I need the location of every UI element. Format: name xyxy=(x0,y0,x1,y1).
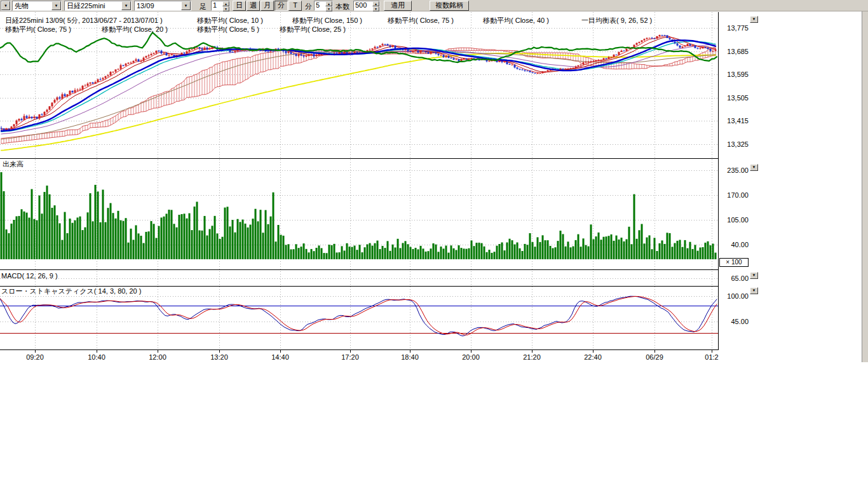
contract-month-value: 13/09 xyxy=(135,2,181,10)
spin-up-icon[interactable]: ▲ xyxy=(325,1,332,6)
spinner-arrows[interactable]: ▲▼ xyxy=(222,1,229,10)
chevron-down-icon[interactable]: ▼ xyxy=(121,1,131,10)
spinner-arrows[interactable]: ▲▼ xyxy=(325,1,332,10)
spin-down-icon[interactable]: ▼ xyxy=(222,6,229,11)
market-select-value: 先物 xyxy=(13,2,51,10)
symbol-select[interactable]: 日経225mini ▼ xyxy=(64,1,132,11)
pane-scroll-down-button[interactable]: ▼ xyxy=(750,16,758,23)
apply-button[interactable]: 適用 xyxy=(384,1,412,11)
chart-canvas xyxy=(0,0,868,488)
period-button-1[interactable]: 週 xyxy=(247,1,260,11)
chevron-down-icon[interactable]: ▼ xyxy=(51,1,61,10)
mini-dropdown[interactable]: ▼ xyxy=(1,1,11,11)
bars-count-value: 500 xyxy=(354,1,372,10)
market-select[interactable]: 先物 ▼ xyxy=(12,1,62,11)
minute-stepper[interactable]: 5 ▲▼ xyxy=(314,1,333,11)
period-button-0[interactable]: 日 xyxy=(233,1,246,11)
toolbar: ▼ 先物 ▼ 日経225mini ▼ 13/09 ▼ 足 1 ▲▼ 日週月分T … xyxy=(0,0,868,11)
bar-label: 足 xyxy=(200,2,207,11)
bar-interval-stepper[interactable]: 1 ▲▼ xyxy=(211,1,230,11)
bars-count-stepper[interactable]: 500 ▲▼ xyxy=(353,1,380,11)
spin-down-icon[interactable]: ▼ xyxy=(372,6,379,11)
pane-scroll-down-button[interactable]: ▼ xyxy=(750,164,758,171)
pane-scroll-down-button[interactable]: ▼ xyxy=(750,287,758,294)
pane-scroll-down-button[interactable]: ▼ xyxy=(750,272,758,279)
bars-count-label: 本数 xyxy=(336,2,349,11)
period-button-4[interactable]: T xyxy=(288,1,302,11)
window-scrollbar[interactable] xyxy=(862,0,868,362)
period-button-3[interactable]: 分 xyxy=(275,1,288,11)
spin-up-icon[interactable]: ▲ xyxy=(372,1,379,6)
multi-symbol-button[interactable]: 複数銘柄 xyxy=(430,1,469,11)
period-button-2[interactable]: 月 xyxy=(261,1,274,11)
chevron-down-icon: ▼ xyxy=(1,1,10,10)
symbol-select-value: 日経225mini xyxy=(65,2,121,10)
contract-month-select[interactable]: 13/09 ▼ xyxy=(134,1,191,11)
chevron-down-icon[interactable]: ▼ xyxy=(181,1,191,10)
spin-down-icon[interactable]: ▼ xyxy=(325,6,332,11)
spinner-arrows[interactable]: ▲▼ xyxy=(372,1,379,10)
minute-value: 5 xyxy=(315,1,325,10)
spin-up-icon[interactable]: ▲ xyxy=(222,1,229,6)
minute-label: 分 xyxy=(305,2,312,11)
bar-interval-value: 1 xyxy=(212,1,222,10)
